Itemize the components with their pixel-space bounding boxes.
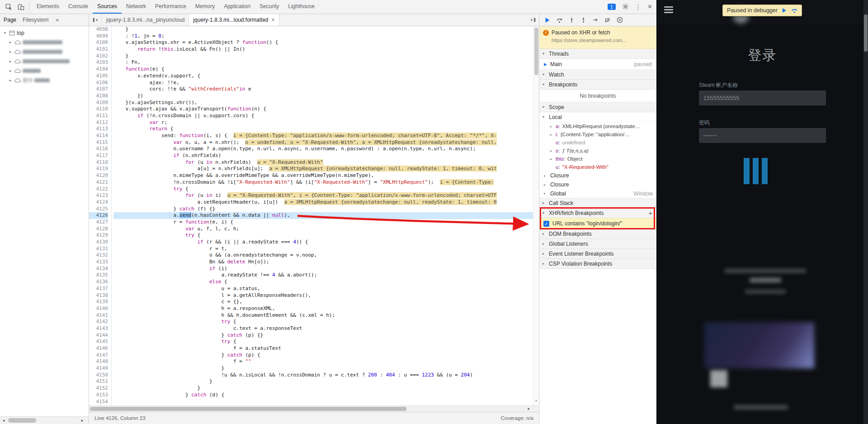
tab-page[interactable]: Page [4, 17, 16, 23]
code-line[interactable]: !u && n.isLocal && !n.crossDomain ? u = … [113, 372, 539, 379]
section-breakpoints[interactable]: ▾ Breakpoints [539, 80, 656, 90]
code-line[interactable]: else { [113, 279, 539, 286]
panel-tab-console[interactable]: Console [64, 0, 93, 14]
tree-item[interactable]: ▸壹仟 [0, 76, 89, 85]
code-line[interactable]: v.ajaxSettings.xhr = e.ActiveXObject ? f… [113, 39, 539, 46]
step-out-button[interactable] [580, 17, 586, 23]
code-line[interactable]: try { [113, 338, 539, 345]
code-line[interactable]: } catch (p) { [113, 352, 539, 359]
code-line[interactable]: var o, u, a = n.xhr(); o = undefined, u … [113, 139, 539, 146]
code-line[interactable]: var r; [113, 119, 539, 126]
pause-on-exceptions-button[interactable] [617, 17, 623, 23]
code-line[interactable]: } catch (p) {} [113, 332, 539, 339]
tree-item[interactable]: ▸ [0, 57, 89, 66]
section-csp-violation-breakpoints[interactable]: ▸CSP Violation Breakpoints [539, 259, 656, 269]
page-vscrollbar[interactable] [863, 0, 868, 424]
section-event-listener-breakpoints[interactable]: ▸Event Listener Breakpoints [539, 249, 656, 259]
panel-tab-network[interactable]: Network [122, 0, 151, 14]
code-line[interactable]: v.support.ajax && v.ajaxTransport(functi… [113, 106, 539, 113]
scope-closure-row[interactable]: ▸Closure [539, 171, 656, 180]
navigator-hscrollbar[interactable]: ◂ ▸ [0, 416, 89, 424]
tree-item[interactable]: ▸ [0, 38, 89, 47]
code-line[interactable]: h && h.documentElement && (c.xml = h); [113, 312, 539, 319]
section-global-listeners[interactable]: ▸Global Listeners [539, 239, 656, 249]
thread-main-row[interactable]: ▶ Main paused [539, 59, 656, 70]
code-line[interactable]: a.setRequestHeader(u, i[u]) a = XMLHttpR… [113, 199, 539, 206]
kebab-menu-icon[interactable]: ⋮ [635, 4, 642, 10]
step-over-button[interactable] [791, 8, 797, 13]
code-line[interactable]: h = a.responseXML, [113, 305, 539, 312]
scope-variable-row[interactable]: u:"X-Requested-With" [539, 163, 656, 171]
code-line[interactable]: !n.crossDomain && !i["X-Requested-With"]… [113, 179, 539, 186]
section-watch[interactable]: ▾ Watch [539, 70, 656, 80]
deactivate-breakpoints-button[interactable] [604, 17, 611, 23]
panel-tab-lighthouse[interactable]: Lighthouse [283, 0, 319, 14]
code-line[interactable]: } catch (d) { [113, 392, 539, 399]
step-into-button[interactable] [569, 17, 575, 23]
editor-hscrollbar[interactable]: ▸ [89, 405, 539, 412]
scope-variable-row[interactable]: o:undefined [539, 138, 656, 147]
inspect-element-icon[interactable] [3, 0, 15, 14]
code-line[interactable]: a[u] = n.xhrFields[u]; a = XMLHttpReques… [113, 166, 539, 172]
code-line[interactable]: : Fn, [113, 59, 539, 66]
code-line[interactable]: send: function(i, s) { i = {Content-Type… [113, 133, 539, 139]
code-line[interactable]: return { [113, 126, 539, 133]
add-breakpoint-button[interactable]: + [648, 209, 653, 217]
code-line[interactable]: function(e) { [113, 66, 539, 73]
panel-tab-performance[interactable]: Performance [151, 0, 191, 14]
editor-vscrollbar[interactable]: ▾ [533, 26, 539, 405]
code-line[interactable]: if (i) [113, 266, 539, 272]
scope-variable-row[interactable]: ▸a:XMLHttpRequest {onreadystate… [539, 122, 656, 130]
scope-variable-row[interactable]: ▸s:ƒ T(e,n,s,a) [539, 147, 656, 155]
code-line[interactable]: f = a.statusText [113, 345, 539, 352]
code-line[interactable]: r = function(e, i) { [113, 219, 539, 226]
scroll-thumb[interactable] [534, 28, 538, 75]
settings-gear-icon[interactable] [622, 3, 629, 11]
hamburger-menu-icon[interactable] [664, 6, 673, 14]
section-xhr-breakpoints[interactable]: ▾ XHR/fetch Breakpoints + [539, 208, 656, 218]
scroll-right-arrow-icon[interactable]: ▸ [528, 406, 530, 411]
section-call-stack[interactable]: ▸ Call Stack [539, 198, 656, 208]
scope-variable-row[interactable]: ▸i:{Content-Type: "application/… [539, 130, 656, 138]
code-line[interactable]: f = "" [113, 358, 539, 365]
xhr-breakpoint-entry[interactable]: ✓ URL contains "login/dologin/" [539, 218, 656, 229]
close-tab-icon[interactable]: × [272, 17, 275, 23]
code-line[interactable]: for (u in n.xhrFields) u = "X-Requested-… [113, 159, 539, 166]
code-line[interactable]: if (r && (i || a.readyState === 4)) { [113, 239, 539, 246]
scope-closure-row[interactable]: ▸Closure [539, 180, 656, 189]
scroll-right-arrow-icon[interactable]: ▸ [79, 418, 86, 423]
code-line[interactable]: l = a.getAllResponseHeaders(), [113, 292, 539, 299]
checkbox-checked-icon[interactable]: ✓ [543, 221, 549, 227]
scroll-thumb[interactable] [864, 14, 868, 52]
scope-local-row[interactable]: ▾ Local [539, 112, 656, 122]
panel-tab-memory[interactable]: Memory [191, 0, 219, 14]
panel-tab-elements[interactable]: Elements [32, 0, 64, 14]
code-line[interactable]: try { [113, 186, 539, 193]
scroll-thumb[interactable] [90, 407, 406, 411]
resume-script-button[interactable] [782, 8, 787, 13]
scope-variable-row[interactable]: ▸this:Object [539, 155, 656, 163]
code-line[interactable]: c.text = a.responseText [113, 325, 539, 332]
code-line[interactable]: ajax: !!e, [113, 80, 539, 86]
code-line[interactable]: for (u in i) u = "X-Requested-With", i =… [113, 192, 539, 199]
editor-tab-0[interactable]: jquery-1.8.3.mi...na_pinyuncloud [102, 14, 189, 26]
panel-tab-application[interactable]: Application [219, 0, 255, 14]
editor-tab-1[interactable]: jquery-1.8.3.mi...loud:formatted× [189, 14, 279, 26]
code-line[interactable]: n.mimeType && a.overrideMimeType && a.ov… [113, 172, 539, 179]
paused-url-link[interactable]: https://store.steampowered.com... [552, 38, 653, 43]
code-line[interactable]: } [113, 378, 539, 385]
code-line[interactable]: return !this.isLocal && Fn() || In() [113, 46, 539, 53]
step-button[interactable] [592, 17, 599, 23]
line-number-gutter[interactable]: 4098409941004101410241034104410541064107… [89, 26, 112, 405]
password-input[interactable]: •••••• [699, 128, 826, 143]
hide-navigator-icon[interactable] [89, 14, 102, 26]
section-threads[interactable]: ▾ Threads [539, 49, 656, 59]
code-line[interactable]: o && (a.onreadystatechange = v.noop, [113, 252, 539, 259]
scroll-thumb[interactable] [8, 418, 36, 423]
code-line[interactable]: a.readyState !== 4 && a.abort(); [113, 272, 539, 279]
code-line[interactable]: : !1, jn = 0; [113, 33, 539, 40]
code-line[interactable]: } [113, 53, 539, 60]
code-line[interactable]: v.extend(v.support, { [113, 73, 539, 80]
code-line[interactable]: if (!n.crossDomain || v.support.cors) { [113, 113, 539, 119]
code-editor[interactable]: 4098409941004101410241034104410541064107… [89, 26, 539, 405]
